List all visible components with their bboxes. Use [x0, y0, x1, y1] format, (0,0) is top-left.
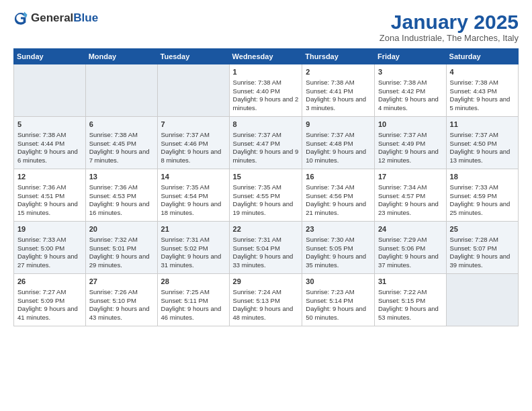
cell-content-line: Sunrise: 7:38 AM	[378, 79, 443, 87]
logo: GeneralBlue	[13, 11, 98, 26]
cell-content-line: Daylight: 9 hours and 4 minutes.	[378, 95, 443, 113]
cell-content-line: Daylight: 9 hours and 33 minutes.	[233, 253, 299, 270]
cell-content-line: Sunrise: 7:23 AM	[306, 288, 371, 297]
cell-content-line: Sunset: 5:15 PM	[378, 297, 443, 306]
calendar-week-1: 1Sunrise: 7:38 AMSunset: 4:40 PMDaylight…	[14, 64, 519, 117]
cell-content-line: Sunset: 4:49 PM	[378, 140, 443, 148]
cell-content-line: Sunset: 4:56 PM	[306, 192, 371, 201]
calendar-cell: 4Sunrise: 7:38 AMSunset: 4:43 PMDaylight…	[446, 64, 518, 117]
cell-content-line: Sunrise: 7:38 AM	[17, 131, 82, 140]
logo-icon	[13, 11, 28, 26]
calendar-cell: 27Sunrise: 7:26 AMSunset: 5:10 PMDayligh…	[85, 274, 157, 326]
calendar-cell: 18Sunrise: 7:33 AMSunset: 4:59 PMDayligh…	[446, 169, 518, 222]
cell-content-line: Sunrise: 7:38 AM	[89, 131, 154, 140]
cell-content-line: Sunrise: 7:32 AM	[89, 236, 154, 244]
cell-content-line: Daylight: 9 hours and 37 minutes.	[378, 253, 443, 270]
cell-content-line: Daylight: 9 hours and 27 minutes.	[17, 253, 82, 270]
day-number: 18	[450, 172, 515, 182]
weekday-header-wednesday: Wednesday	[229, 49, 302, 64]
calendar-table: SundayMondayTuesdayWednesdayThursdayFrid…	[13, 48, 519, 326]
cell-content-line: Sunset: 4:53 PM	[89, 192, 154, 201]
day-number: 25	[450, 224, 515, 234]
cell-content-line: Daylight: 9 hours and 35 minutes.	[306, 253, 371, 270]
cell-content-line: Daylight: 9 hours and 9 minutes.	[233, 148, 299, 165]
cell-content-line: Sunrise: 7:38 AM	[450, 79, 515, 87]
cell-content-line: Daylight: 9 hours and 8 minutes.	[161, 148, 226, 165]
cell-content-line: Daylight: 9 hours and 43 minutes.	[89, 305, 154, 322]
cell-content-line: Sunset: 4:44 PM	[17, 140, 82, 148]
weekday-header-friday: Friday	[374, 49, 446, 64]
cell-content-line: Daylight: 9 hours and 53 minutes.	[378, 305, 443, 322]
day-number: 24	[378, 224, 443, 234]
cell-content-line: Daylight: 9 hours and 18 minutes.	[161, 200, 226, 218]
day-number: 7	[161, 120, 226, 130]
cell-content-line: Sunset: 4:47 PM	[233, 140, 299, 148]
cell-content-line: Daylight: 9 hours and 15 minutes.	[17, 200, 82, 218]
cell-content-line: Sunrise: 7:25 AM	[161, 288, 226, 297]
calendar-week-2: 5Sunrise: 7:38 AMSunset: 4:44 PMDaylight…	[14, 117, 519, 169]
calendar-cell: 12Sunrise: 7:36 AMSunset: 4:51 PMDayligh…	[14, 169, 86, 222]
cell-content-line: Sunrise: 7:28 AM	[450, 236, 515, 244]
cell-content-line: Daylight: 9 hours and 6 minutes.	[17, 148, 82, 165]
calendar-cell: 2Sunrise: 7:38 AMSunset: 4:41 PMDaylight…	[302, 64, 375, 117]
cell-content-line: Sunrise: 7:35 AM	[161, 183, 226, 192]
calendar-cell: 3Sunrise: 7:38 AMSunset: 4:42 PMDaylight…	[374, 64, 446, 117]
calendar-cell	[14, 64, 86, 117]
cell-content-line: Sunset: 5:04 PM	[233, 244, 299, 253]
calendar-cell: 15Sunrise: 7:35 AMSunset: 4:55 PMDayligh…	[229, 169, 302, 222]
cell-content-line: Sunset: 5:10 PM	[89, 297, 154, 306]
calendar-cell: 22Sunrise: 7:31 AMSunset: 5:04 PMDayligh…	[229, 222, 302, 274]
cell-content-line: Daylight: 9 hours and 39 minutes.	[450, 253, 515, 270]
cell-content-line: Sunrise: 7:36 AM	[89, 183, 154, 192]
cell-content-line: Daylight: 9 hours and 31 minutes.	[161, 253, 226, 270]
day-number: 8	[233, 120, 299, 130]
cell-content-line: Daylight: 9 hours and 7 minutes.	[89, 148, 154, 165]
cell-content-line: Sunrise: 7:30 AM	[306, 236, 371, 244]
cell-content-line: Sunrise: 7:37 AM	[233, 131, 299, 140]
cell-content-line: Sunset: 4:41 PM	[306, 87, 371, 96]
cell-content-line: Daylight: 9 hours and 2 minutes.	[233, 95, 299, 113]
day-number: 28	[161, 277, 226, 287]
cell-content-line: Sunrise: 7:36 AM	[17, 183, 82, 192]
cell-content-line: Daylight: 9 hours and 12 minutes.	[378, 148, 443, 165]
cell-content-line: Sunset: 5:06 PM	[378, 244, 443, 253]
calendar-cell: 6Sunrise: 7:38 AMSunset: 4:45 PMDaylight…	[85, 117, 157, 169]
cell-content-line: Daylight: 9 hours and 16 minutes.	[89, 200, 154, 218]
cell-content-line: Sunrise: 7:37 AM	[306, 131, 371, 140]
cell-content-line: Sunrise: 7:27 AM	[17, 288, 82, 297]
cell-content-line: Sunset: 4:55 PM	[233, 192, 299, 201]
calendar-cell: 10Sunrise: 7:37 AMSunset: 4:49 PMDayligh…	[374, 117, 446, 169]
calendar-cell: 31Sunrise: 7:22 AMSunset: 5:15 PMDayligh…	[374, 274, 446, 326]
day-number: 1	[233, 67, 299, 77]
calendar-header: SundayMondayTuesdayWednesdayThursdayFrid…	[14, 49, 519, 64]
day-number: 20	[89, 224, 154, 234]
calendar-cell: 24Sunrise: 7:29 AMSunset: 5:06 PMDayligh…	[374, 222, 446, 274]
weekday-header-sunday: Sunday	[14, 49, 86, 64]
cell-content-line: Sunrise: 7:37 AM	[378, 131, 443, 140]
day-number: 4	[450, 67, 515, 77]
day-number: 12	[17, 172, 82, 182]
cell-content-line: Daylight: 9 hours and 46 minutes.	[161, 305, 226, 322]
calendar-week-3: 12Sunrise: 7:36 AMSunset: 4:51 PMDayligh…	[14, 169, 519, 222]
cell-content-line: Sunset: 4:50 PM	[450, 140, 515, 148]
cell-content-line: Daylight: 9 hours and 48 minutes.	[233, 305, 299, 322]
cell-content-line: Sunset: 4:54 PM	[161, 192, 226, 201]
cell-content-line: Sunset: 5:05 PM	[306, 244, 371, 253]
day-number: 19	[17, 224, 82, 234]
month-title: January 2025	[380, 11, 519, 33]
day-number: 29	[233, 277, 299, 287]
cell-content-line: Sunrise: 7:37 AM	[450, 131, 515, 140]
cell-content-line: Sunset: 4:42 PM	[378, 87, 443, 96]
logo-general: GeneralBlue	[31, 11, 98, 25]
cell-content-line: Daylight: 9 hours and 41 minutes.	[17, 305, 82, 322]
calendar-cell: 14Sunrise: 7:35 AMSunset: 4:54 PMDayligh…	[157, 169, 229, 222]
cell-content-line: Sunrise: 7:33 AM	[17, 236, 82, 244]
cell-content-line: Sunrise: 7:38 AM	[306, 79, 371, 87]
calendar-cell: 25Sunrise: 7:28 AMSunset: 5:07 PMDayligh…	[446, 222, 518, 274]
cell-content-line: Daylight: 9 hours and 21 minutes.	[306, 200, 371, 218]
weekday-header-saturday: Saturday	[446, 49, 518, 64]
cell-content-line: Sunrise: 7:26 AM	[89, 288, 154, 297]
cell-content-line: Sunset: 4:40 PM	[233, 87, 299, 96]
calendar-week-5: 26Sunrise: 7:27 AMSunset: 5:09 PMDayligh…	[14, 274, 519, 326]
cell-content-line: Sunset: 4:51 PM	[17, 192, 82, 201]
